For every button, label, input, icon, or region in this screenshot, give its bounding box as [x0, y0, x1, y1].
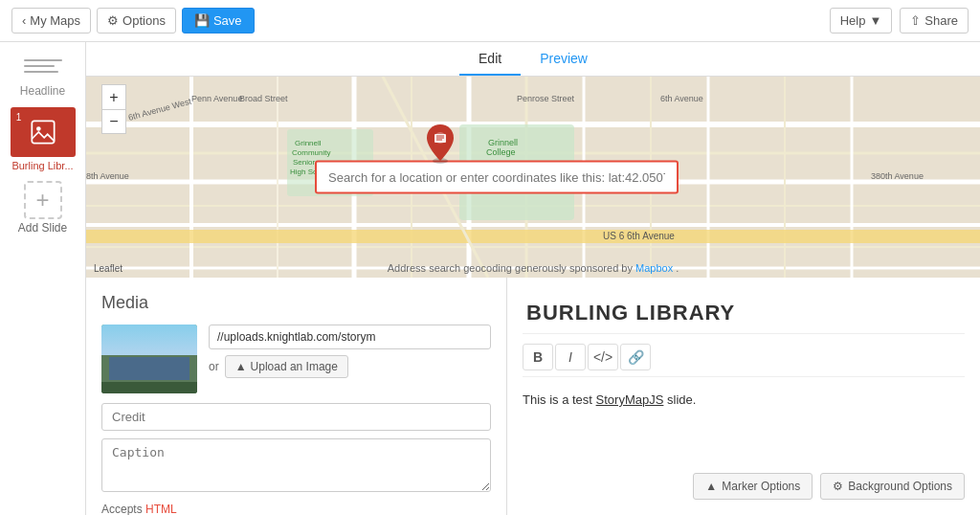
add-slide-button[interactable]: + Add Slide [18, 181, 67, 235]
mapbox-link[interactable]: Mapbox [635, 262, 676, 274]
code-label: </> [593, 349, 612, 365]
svg-text:College: College [486, 147, 516, 157]
media-row: or ▲ Upload an Image [101, 325, 491, 393]
my-maps-label: My Maps [30, 13, 80, 28]
or-label: or [209, 360, 219, 373]
zoom-out-button[interactable]: − [101, 109, 126, 134]
add-slide-icon: + [24, 181, 62, 219]
italic-button[interactable]: I [555, 344, 586, 370]
gear-icon: ⚙ [833, 480, 843, 493]
svg-text:Penrose Street: Penrose Street [517, 94, 575, 103]
background-options-button[interactable]: ⚙ Background Options [820, 473, 965, 500]
media-thumbnail [101, 325, 197, 393]
svg-rect-0 [32, 121, 54, 143]
tab-edit[interactable]: Edit [459, 45, 521, 76]
svg-text:Grinnell: Grinnell [295, 139, 322, 147]
svg-text:Grinnell: Grinnell [488, 138, 518, 147]
svg-text:Penn Avenue: Penn Avenue [191, 94, 242, 103]
my-maps-button[interactable]: ‹ My Maps [11, 8, 91, 34]
geocoding-text: Address search geocoding generously spon… [388, 262, 635, 274]
svg-text:Community: Community [292, 148, 330, 157]
gear-icon: ⚙ [107, 13, 119, 28]
editor-content-text: This is a test [523, 392, 596, 407]
slide-title-input[interactable] [523, 293, 965, 334]
svg-text:380th Avenue: 380th Avenue [871, 171, 924, 181]
chevron-down-icon: ▼ [869, 13, 881, 28]
headline-label: Headline [20, 84, 65, 98]
slide-item[interactable]: 1 Burling Libr... [10, 107, 77, 171]
tab-edit-label: Edit [479, 51, 501, 66]
top-nav-left: ‹ My Maps ⚙ Options 💾 Save [11, 8, 255, 34]
storymap-link: StoryMapJS [596, 392, 664, 407]
top-nav: ‹ My Maps ⚙ Options 💾 Save Help ▼ ⇧ Shar… [0, 0, 980, 42]
accepts-text: Accepts [101, 503, 145, 515]
media-url-area: or ▲ Upload an Image [209, 325, 491, 378]
zoom-in-button[interactable]: + [101, 84, 126, 109]
map-controls: + − [101, 84, 126, 134]
or-upload-row: or ▲ Upload an Image [209, 355, 491, 378]
options-button[interactable]: ⚙ Options [97, 8, 176, 34]
upload-image-button[interactable]: ▲ Upload an Image [225, 355, 348, 378]
headline-icon [24, 52, 62, 80]
geocoding-attribution: Address search geocoding generously spon… [388, 262, 679, 274]
html-link-text: HTML [145, 503, 177, 515]
link-icon: 🔗 [628, 349, 644, 365]
map-marker [423, 123, 457, 168]
map-search-input[interactable] [315, 161, 679, 194]
upload-icon: ▲ [235, 360, 247, 373]
text-panel: B I </> 🔗 This is a test StoryMapJS slid… [507, 278, 980, 515]
html-link[interactable]: HTML [145, 503, 177, 515]
background-options-label: Background Options [848, 480, 952, 493]
location-marker-icon [423, 123, 457, 165]
share-label: Share [924, 13, 958, 28]
svg-text:8th Avenue: 8th Avenue [86, 171, 129, 181]
caption-textarea[interactable] [101, 438, 491, 492]
link-button[interactable]: 🔗 [620, 344, 651, 370]
slide-number: 1 [11, 109, 27, 124]
share-button[interactable]: ⇧ Share [900, 8, 969, 34]
help-button[interactable]: Help ▼ [830, 8, 893, 34]
content-area: Edit Preview [86, 42, 980, 515]
slide-label: Burling Libr... [11, 160, 73, 171]
code-button[interactable]: </> [588, 344, 618, 370]
svg-point-1 [36, 126, 41, 131]
accepts-html: Accepts HTML [101, 503, 491, 515]
svg-text:Broad Street: Broad Street [239, 94, 288, 103]
upload-label: Upload an Image [251, 360, 338, 373]
mapbox-link-text: Mapbox [635, 262, 673, 274]
svg-text:US 6  6th Avenue: US 6 6th Avenue [603, 231, 675, 241]
media-title: Media [101, 293, 491, 313]
sidebar: Headline 1 Burling Libr... + Add Slide [0, 42, 86, 515]
marker-options-label: Marker Options [722, 480, 800, 493]
help-label: Help [840, 13, 866, 28]
main-layout: Headline 1 Burling Libr... + Add Slide E… [0, 42, 980, 515]
bold-label: B [533, 349, 543, 365]
editor-toolbar: B I </> 🔗 [523, 344, 965, 377]
svg-rect-21 [86, 230, 980, 243]
bold-button[interactable]: B [523, 344, 553, 370]
top-nav-right: Help ▼ ⇧ Share [830, 8, 969, 34]
marker-options-button[interactable]: ▲ Marker Options [693, 473, 813, 500]
marker-icon: ▲ [705, 480, 717, 493]
leaflet-attribution: Leaflet [94, 263, 122, 274]
save-icon: 💾 [194, 13, 210, 28]
editor-content[interactable]: This is a test StoryMapJS slide. [523, 387, 965, 463]
save-label: Save [213, 13, 242, 28]
image-icon [30, 119, 56, 146]
svg-text:6th Avenue: 6th Avenue [660, 94, 703, 103]
map-section: US 6 6th Avenue Grinnell College Grinnel… [86, 77, 980, 278]
share-icon: ⇧ [910, 13, 921, 28]
tab-bar: Edit Preview [86, 42, 980, 77]
bottom-content: Media or [86, 278, 980, 515]
tab-preview[interactable]: Preview [521, 45, 607, 76]
leaflet-text: Leaflet [94, 263, 122, 274]
chevron-left-icon: ‹ [22, 13, 26, 28]
save-button[interactable]: 💾 Save [182, 8, 255, 34]
bottom-buttons: ▲ Marker Options ⚙ Background Options [523, 473, 965, 500]
add-slide-label: Add Slide [18, 221, 67, 235]
tab-preview-label: Preview [540, 51, 588, 66]
credit-input[interactable] [101, 403, 491, 431]
media-url-input[interactable] [209, 325, 491, 349]
media-panel: Media or [86, 278, 507, 515]
options-label: Options [122, 13, 166, 28]
